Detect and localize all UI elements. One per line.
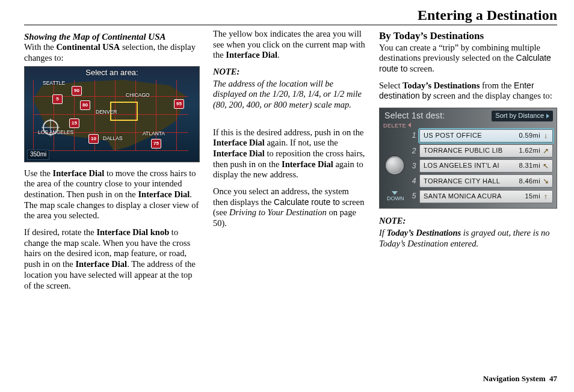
destination-list-figure: Select 1st dest: Sort by Distance DELETE… (379, 108, 557, 209)
destination-list: 1 US POST OFFICE 0.59mi ↓ 2 TORRANCE PUB… (409, 129, 553, 203)
text: . (277, 50, 280, 60)
interface-dial-term: Interface Dial (213, 138, 265, 147)
row-number: 2 (409, 147, 419, 156)
note-label-text: NOTE: (379, 216, 406, 225)
text: If (379, 228, 386, 237)
interface-dial-term: Interface Dial (53, 168, 105, 178)
scroll-down-button[interactable]: DOWN (387, 191, 403, 202)
page-number: 47 (549, 374, 557, 383)
map-title: Select an area: (25, 68, 199, 78)
dest-distance: 8.46mi (519, 177, 540, 185)
direction-arrow-icon: ↖ (543, 162, 549, 170)
delete-button[interactable]: DELETE (383, 123, 411, 129)
page-footer: Navigation System 47 (483, 374, 557, 384)
text: screen. (407, 64, 434, 73)
text: screen and the display changes to: (431, 91, 552, 100)
row-number: 5 (409, 192, 419, 201)
row-cell: LOS ANGELES INT'L AI 8.31mi ↖ (419, 159, 553, 173)
column-2: The yellow box indicates the area you wi… (213, 29, 366, 297)
col1-p3: If desired, rotate the Interface Dial kn… (24, 227, 200, 291)
city-label: ATLANTA (143, 130, 165, 136)
subheading-continental-usa: Showing the Map of Continental USA (24, 31, 200, 42)
interface-dial-term: Interface Dial (282, 159, 333, 169)
col1-intro: With the Continental USA selection, the … (24, 42, 200, 63)
interstate-shield-icon: 75 (151, 139, 161, 149)
city-label: DENVER (96, 109, 117, 115)
triangle-left-icon (408, 123, 411, 127)
row-cell: TORRANCE PUBLIC LIB 1.62mi ↗ (419, 144, 553, 158)
dest-name: TORRANCE PUBLIC LIB (424, 147, 516, 155)
dest-name: US POST OFFICE (424, 132, 516, 139)
direction-arrow-icon: ↘ (543, 177, 549, 185)
col2-p3: Once you select an address, the system t… (213, 186, 366, 229)
note-label: NOTE: (213, 67, 366, 78)
todays-destinations-term: Today’s Destinations (386, 228, 461, 237)
sort-by-distance-button[interactable]: Sort by Distance (492, 111, 553, 121)
triangle-right-icon (546, 114, 549, 118)
interface-dial-term: Interface Dial (138, 189, 190, 199)
list-item[interactable]: 2 TORRANCE PUBLIC LIB 1.62mi ↗ (409, 144, 553, 158)
interface-dial-term: Interface Dial (226, 50, 277, 60)
note-label: NOTE: (379, 216, 557, 227)
list-item[interactable]: 3 LOS ANGELES INT'L AI 8.31mi ↖ (409, 159, 553, 173)
note-body: The address of the location will be disp… (213, 79, 366, 111)
sort-label: Sort by Distance (495, 112, 544, 120)
us-map-figure: Select an area: 350mi SEATTLE CHICAGO DE… (24, 66, 200, 162)
down-label: DOWN (387, 195, 404, 201)
delete-label: DELETE (383, 123, 406, 129)
continental-usa-term: Continental USA (56, 42, 120, 52)
dest-distance: 8.31mi (519, 162, 540, 170)
page-title: Entering a Destination (24, 7, 557, 25)
list-item[interactable]: 5 SANTA MONICA ACURA 15mi ↑ (409, 189, 553, 203)
interstate-shield-icon: 10 (88, 134, 99, 144)
xref: Driving to Your Destination (229, 207, 327, 217)
dest-distance: 1.62mi (519, 147, 540, 155)
row-cell: TORRANCE CITY HALL 8.46mi ↘ (419, 174, 553, 188)
note-label-text: NOTE: (213, 67, 239, 76)
interstate-shield-icon: 80 (80, 100, 90, 110)
map-scale-badge: 350mi (27, 150, 49, 159)
col1-p2: Use the Interface Dial to move the cross… (24, 168, 200, 221)
dest-name: SANTA MONICA ACURA (424, 192, 522, 200)
note-body: If Today’s Destinations is grayed out, t… (379, 228, 557, 249)
dest-distance: 15mi (525, 192, 540, 200)
row-cell: SANTA MONICA ACURA 15mi ↑ (419, 190, 553, 203)
row-cell: US POST OFFICE 0.59mi ↓ (419, 129, 553, 142)
heading-todays-destinations: By Today’s Destinations (379, 30, 557, 43)
dest-name: TORRANCE CITY HALL (424, 177, 516, 185)
text: If desired, rotate the (24, 227, 96, 237)
col2-p2: If this is the desired address, push in … (213, 127, 366, 180)
footer-label: Navigation System (483, 374, 546, 383)
dest-distance: 0.59mi (519, 132, 540, 139)
direction-arrow-icon: ↓ (543, 132, 549, 139)
interface-dial-term: Interface Dial (75, 259, 127, 269)
text: Select (379, 81, 403, 90)
interstate-shield-icon: 15 (69, 118, 79, 128)
column-3: By Today’s Destinations You can create a… (379, 29, 557, 297)
header-rule (24, 25, 557, 25)
manual-page: Entering a Destination Showing the Map o… (0, 0, 574, 392)
list-item[interactable]: 4 TORRANCE CITY HALL 8.46mi ↘ (409, 174, 553, 188)
text: Use the (24, 168, 53, 178)
col2-p1: The yellow box indicates the area you wi… (213, 29, 366, 61)
screen-name: Calculate route to (274, 197, 340, 207)
row-number: 1 (409, 131, 419, 140)
text: again. If not, use the (265, 138, 338, 147)
dial-icon (386, 156, 404, 174)
todays-destinations-term: Today’s Destinations (403, 81, 480, 90)
triangle-down-icon (392, 191, 398, 195)
city-label: SEATTLE (43, 80, 65, 86)
columns: Showing the Map of Continental USA With … (24, 29, 557, 297)
city-label: DALLAS (103, 135, 123, 141)
col3-p1: You can create a “trip” by combining mul… (379, 43, 557, 75)
row-number: 4 (409, 177, 419, 186)
city-label: LOS ANGELES (38, 129, 73, 135)
interface-dial-term: Interface Dial (213, 149, 265, 158)
direction-arrow-icon: ↗ (543, 147, 549, 155)
text: If this is the desired address, push in … (213, 127, 364, 137)
interstate-shield-icon: 95 (174, 99, 184, 109)
list-item[interactable]: 1 US POST OFFICE 0.59mi ↓ (409, 129, 553, 142)
interstate-shield-icon: 90 (72, 86, 82, 96)
direction-arrow-icon: ↑ (543, 193, 549, 200)
interface-dial-knob-term: Interface Dial knob (96, 227, 169, 237)
